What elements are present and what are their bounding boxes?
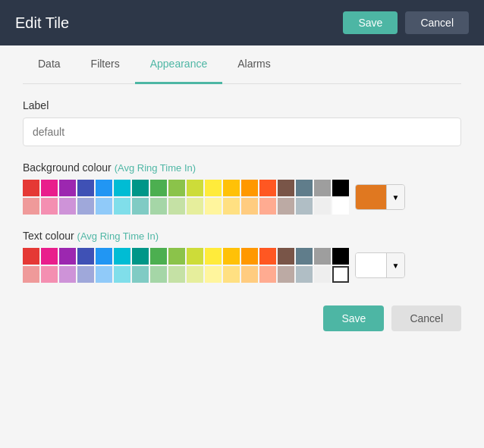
tab-alarms[interactable]: Alarms [222,45,286,84]
color-swatch[interactable] [278,198,294,215]
color-swatch[interactable] [223,180,240,196]
bg-avg-label: (Avg Ring Time In) [115,162,196,174]
color-swatch[interactable] [77,266,94,283]
color-swatch[interactable] [259,248,276,265]
color-swatch[interactable] [187,266,203,283]
bg-color-dropdown-btn[interactable]: ▼ [386,184,404,210]
header-cancel-button[interactable]: Cancel [405,11,469,34]
footer-cancel-button[interactable]: Cancel [391,305,461,331]
tabs: DataFiltersAppearanceAlarms [23,45,461,84]
color-swatch[interactable] [241,180,258,196]
color-swatch[interactable] [96,180,112,196]
color-swatch[interactable] [132,180,149,196]
color-swatch[interactable] [187,248,203,265]
color-swatch[interactable] [96,266,112,283]
tab-data[interactable]: Data [23,45,76,84]
color-swatch[interactable] [223,198,240,215]
color-swatch[interactable] [150,180,167,196]
color-swatch[interactable] [132,248,149,265]
color-swatch[interactable] [150,248,167,265]
color-swatch[interactable] [241,266,258,283]
color-swatch[interactable] [296,198,313,215]
color-swatch[interactable] [114,198,130,215]
color-swatch[interactable] [59,248,76,265]
footer-save-button[interactable]: Save [323,305,384,331]
color-swatch[interactable] [332,248,349,265]
tab-filters[interactable]: Filters [76,45,135,84]
text-colour-section: Text colour (Avg Ring Time In) ▼ [23,230,461,283]
color-swatch[interactable] [259,180,276,196]
swatch-row [23,266,349,283]
bg-colour-section: Background colour (Avg Ring Time In) ▼ [23,161,461,215]
bg-color-preview-wrapper[interactable]: ▼ [355,184,405,210]
color-swatch[interactable] [187,180,203,196]
color-swatch[interactable] [23,198,39,215]
swatch-row [23,198,349,215]
color-swatch[interactable] [77,198,94,215]
color-swatch[interactable] [332,198,349,215]
color-swatch[interactable] [41,198,58,215]
color-swatch[interactable] [114,248,130,265]
color-swatch[interactable] [332,266,349,283]
color-swatch[interactable] [314,180,331,196]
color-swatch[interactable] [23,180,39,196]
color-swatch[interactable] [205,198,222,215]
color-swatch[interactable] [150,266,167,283]
color-swatch[interactable] [278,248,294,265]
color-swatch[interactable] [259,266,276,283]
color-swatch[interactable] [296,180,313,196]
header-save-button[interactable]: Save [343,11,398,34]
color-swatch[interactable] [278,180,294,196]
header-buttons: Save Cancel [343,11,469,34]
color-swatch[interactable] [132,198,149,215]
tab-appearance[interactable]: Appearance [135,45,223,84]
color-swatch[interactable] [150,198,167,215]
color-swatch[interactable] [205,266,222,283]
color-swatch[interactable] [223,266,240,283]
color-swatch[interactable] [96,248,112,265]
color-swatch[interactable] [278,266,294,283]
color-swatch[interactable] [168,266,185,283]
color-swatch[interactable] [168,198,185,215]
color-swatch[interactable] [332,180,349,196]
color-swatch[interactable] [96,198,112,215]
label-input[interactable] [23,117,461,146]
text-avg-label: (Avg Ring Time In) [77,230,159,242]
color-swatch[interactable] [59,180,76,196]
color-swatch[interactable] [241,198,258,215]
text-swatches [23,248,349,283]
swatch-row [23,248,349,265]
page-title: Edit Tile [15,14,69,32]
color-swatch[interactable] [59,266,76,283]
color-swatch[interactable] [41,266,58,283]
color-swatch[interactable] [296,266,313,283]
label-heading: Label [23,99,461,111]
color-swatch[interactable] [314,198,331,215]
color-swatch[interactable] [41,248,58,265]
color-swatch[interactable] [132,266,149,283]
color-swatch[interactable] [59,198,76,215]
color-swatch[interactable] [23,248,39,265]
color-swatch[interactable] [314,266,331,283]
text-color-dropdown-btn[interactable]: ▼ [386,252,404,278]
swatch-row [23,180,349,196]
content: DataFiltersAppearanceAlarms Label Backgr… [0,45,484,448]
color-swatch[interactable] [168,180,185,196]
color-swatch[interactable] [314,248,331,265]
color-swatch[interactable] [241,248,258,265]
color-swatch[interactable] [114,266,130,283]
color-swatch[interactable] [296,248,313,265]
color-swatch[interactable] [77,180,94,196]
color-swatch[interactable] [187,198,203,215]
color-swatch[interactable] [77,248,94,265]
color-swatch[interactable] [259,198,276,215]
text-color-preview-wrapper[interactable]: ▼ [355,252,405,278]
color-swatch[interactable] [223,248,240,265]
header: Edit Tile Save Cancel [0,0,484,45]
color-swatch[interactable] [41,180,58,196]
color-swatch[interactable] [205,248,222,265]
color-swatch[interactable] [23,266,39,283]
color-swatch[interactable] [114,180,130,196]
color-swatch[interactable] [205,180,222,196]
color-swatch[interactable] [168,248,185,265]
